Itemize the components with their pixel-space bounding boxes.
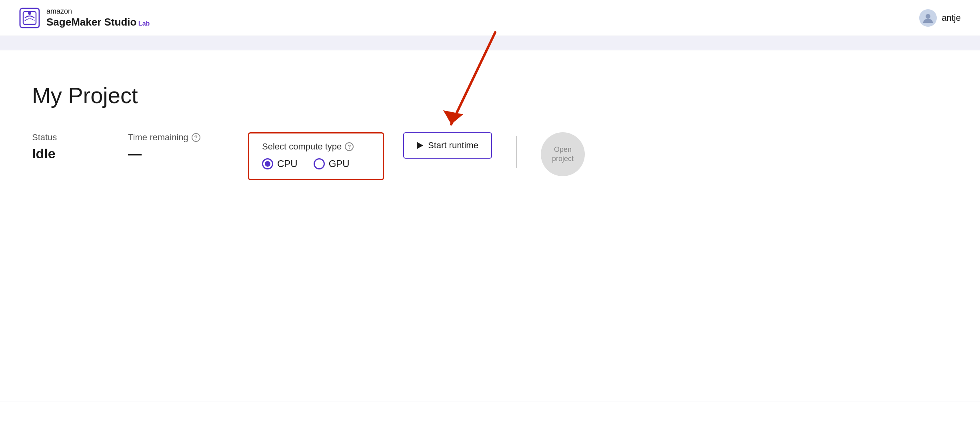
gpu-radio-button[interactable] [314,158,325,169]
logo-amazon: amazon [46,7,150,16]
start-runtime-button[interactable]: Start runtime [403,132,492,159]
play-icon [417,142,423,149]
vertical-divider [516,136,517,168]
gpu-label: GPU [329,158,350,169]
svg-point-2 [28,12,31,15]
svg-point-3 [926,14,930,19]
time-label-row: Time remaining ? [128,132,224,143]
cpu-label: CPU [277,158,298,169]
svg-marker-5 [443,110,463,124]
main-content: My Project Status Idle Time remaining ? … [0,50,980,204]
status-value: Idle [32,146,104,161]
username-label: antje [942,13,961,23]
compute-type-section: Select compute type ? CPU GPU [248,132,384,180]
status-label: Status [32,132,104,143]
sub-header [0,36,980,50]
sagemaker-logo-icon [19,8,40,28]
start-runtime-label: Start runtime [428,140,478,151]
user-avatar [919,9,937,27]
logo-area: amazon SageMaker Studio Lab [19,7,150,28]
gpu-radio-option[interactable]: GPU [314,158,350,169]
time-remaining-section: Time remaining ? — [128,132,224,161]
status-section: Status Idle [32,132,104,161]
compute-help-icon[interactable]: ? [345,142,354,151]
compute-type-label: Select compute type [262,141,342,152]
user-menu[interactable]: antje [919,9,961,27]
cpu-radio-option[interactable]: CPU [262,158,298,169]
page-title: My Project [32,82,948,108]
logo-lab: Lab [138,20,150,27]
open-project-area: Openproject [541,132,585,176]
cpu-radio-button[interactable] [262,158,273,169]
time-remaining-help-icon[interactable]: ? [192,133,200,142]
compute-options: CPU GPU [262,158,370,169]
open-project-button: Openproject [541,132,585,176]
time-remaining-label: Time remaining [128,132,188,143]
time-remaining-value: — [128,146,224,161]
start-runtime-area: Start runtime [403,132,492,159]
project-row: Status Idle Time remaining ? — Select co… [32,132,948,180]
open-project-label: Openproject [552,145,574,164]
logo-sagemaker: SageMaker Studio [46,16,136,28]
logo-text: amazon SageMaker Studio Lab [46,7,150,28]
bottom-separator [0,402,980,402]
cpu-radio-selected-dot [265,161,270,167]
compute-label-row: Select compute type ? [262,141,370,152]
header: amazon SageMaker Studio Lab antje [0,0,980,36]
